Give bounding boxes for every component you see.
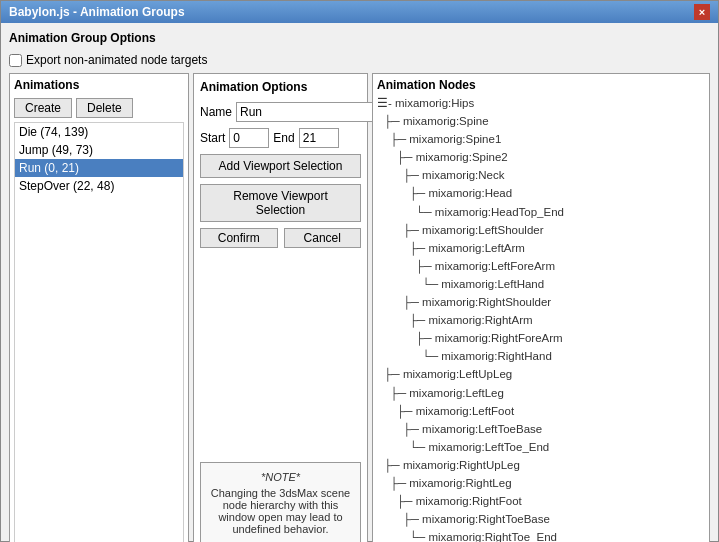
animations-panel-label: Animations xyxy=(14,78,184,92)
nodes-panel-label: Animation Nodes xyxy=(377,78,705,92)
tree-item: ├─ mixamorig:LeftShoulder xyxy=(377,221,705,239)
tree-item: ├─ mixamorig:Head xyxy=(377,184,705,202)
list-item[interactable]: Jump (49, 73) xyxy=(15,141,183,159)
nodes-panel: Animation Nodes ☰- mixamorig:Hips ├─ mix… xyxy=(372,73,710,542)
tree-item: └─ mixamorig:RightToe_End xyxy=(377,528,705,542)
tree-item: ├─ mixamorig:LeftToeBase xyxy=(377,420,705,438)
list-item[interactable]: Die (74, 139) xyxy=(15,123,183,141)
tree-item: └─ mixamorig:RightHand xyxy=(377,347,705,365)
create-button[interactable]: Create xyxy=(14,98,72,118)
options-panel: Animation Options Name Start End Add Vie… xyxy=(193,73,368,542)
nodes-tree[interactable]: ☰- mixamorig:Hips ├─ mixamorig:Spine ├─ … xyxy=(377,94,705,542)
main-panels: Animations Create Delete Die (74, 139) J… xyxy=(9,73,710,542)
tree-item: ├─ mixamorig:RightShoulder xyxy=(377,293,705,311)
tree-item: ├─ mixamorig:LeftFoot xyxy=(377,402,705,420)
window-title: Babylon.js - Animation Groups xyxy=(9,5,185,19)
tree-item: ├─ mixamorig:Spine1 xyxy=(377,130,705,148)
title-bar: Babylon.js - Animation Groups × xyxy=(1,1,718,23)
window-content: Animation Group Options Export non-anima… xyxy=(1,23,718,542)
note-title: *NOTE* xyxy=(209,471,352,483)
export-checkbox-label: Export non-animated node targets xyxy=(26,53,207,67)
name-label: Name xyxy=(200,105,232,119)
animations-panel: Animations Create Delete Die (74, 139) J… xyxy=(9,73,189,542)
remove-viewport-button[interactable]: Remove Viewport Selection xyxy=(200,184,361,222)
options-panel-label: Animation Options xyxy=(200,80,361,94)
export-checkbox-row: Export non-animated node targets xyxy=(9,53,710,67)
tree-item: ├─ mixamorig:LeftUpLeg xyxy=(377,365,705,383)
tree-item: ├─ mixamorig:LeftArm xyxy=(377,239,705,257)
note-box: *NOTE* Changing the 3dsMax scene node hi… xyxy=(200,462,361,542)
delete-button[interactable]: Delete xyxy=(76,98,133,118)
name-row: Name xyxy=(200,102,361,122)
tree-item: └─ mixamorig:HeadTop_End xyxy=(377,203,705,221)
note-text: Changing the 3dsMax scene node hierarchy… xyxy=(209,487,352,535)
tree-item: ├─ mixamorig:RightUpLeg xyxy=(377,456,705,474)
main-window: Babylon.js - Animation Groups × Animatio… xyxy=(0,0,719,542)
confirm-button[interactable]: Confirm xyxy=(200,228,278,248)
list-item[interactable]: Run (0, 21) xyxy=(15,159,183,177)
start-input[interactable] xyxy=(229,128,269,148)
tree-item: ├─ mixamorig:Spine2 xyxy=(377,148,705,166)
tree-item: ├─ mixamorig:RightToeBase xyxy=(377,510,705,528)
confirm-cancel-row: Confirm Cancel xyxy=(200,228,361,248)
end-input[interactable] xyxy=(299,128,339,148)
group-options-label: Animation Group Options xyxy=(9,31,156,45)
cancel-button[interactable]: Cancel xyxy=(284,228,362,248)
tree-item: ├─ mixamorig:RightFoot xyxy=(377,492,705,510)
animations-list[interactable]: Die (74, 139) Jump (49, 73) Run (0, 21) … xyxy=(14,122,184,542)
tree-item: ☰- mixamorig:Hips xyxy=(377,94,705,112)
tree-item: ├─ mixamorig:RightLeg xyxy=(377,474,705,492)
tree-item: ├─ mixamorig:Spine xyxy=(377,112,705,130)
tree-item: └─ mixamorig:LeftToe_End xyxy=(377,438,705,456)
tree-item: ├─ mixamorig:LeftForeArm xyxy=(377,257,705,275)
tree-item: ├─ mixamorig:Neck xyxy=(377,166,705,184)
tree-item: ├─ mixamorig:RightArm xyxy=(377,311,705,329)
export-checkbox[interactable] xyxy=(9,54,22,67)
start-label: Start xyxy=(200,131,225,145)
close-button[interactable]: × xyxy=(694,4,710,20)
group-options-section: Animation Group Options xyxy=(9,31,710,45)
spacer xyxy=(200,254,361,456)
tree-item: ├─ mixamorig:LeftLeg xyxy=(377,384,705,402)
name-input[interactable] xyxy=(236,102,394,122)
add-viewport-button[interactable]: Add Viewport Selection xyxy=(200,154,361,178)
start-end-row: Start End xyxy=(200,128,361,148)
create-delete-row: Create Delete xyxy=(14,98,184,118)
tree-item: ├─ mixamorig:RightForeArm xyxy=(377,329,705,347)
list-item[interactable]: StepOver (22, 48) xyxy=(15,177,183,195)
end-label: End xyxy=(273,131,294,145)
tree-item: └─ mixamorig:LeftHand xyxy=(377,275,705,293)
